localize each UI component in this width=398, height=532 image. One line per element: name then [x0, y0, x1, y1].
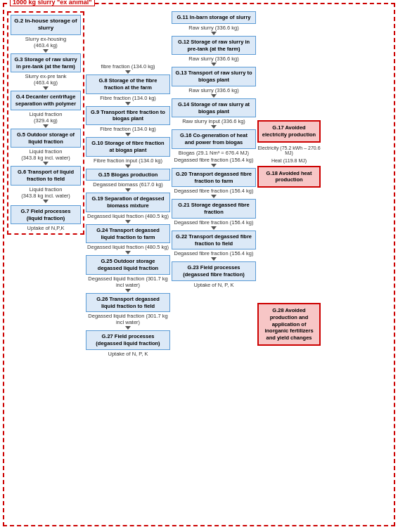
- arrow-down-3: [43, 124, 49, 128]
- label-liquid-frac3: Liquid fraction(343.8 kg incl. water): [21, 186, 70, 199]
- label-raw-slurry1: Raw slurry (336.6 kg): [188, 25, 238, 31]
- label-elec: Electricity (75.2 kWh – 270.6 MJ): [257, 145, 321, 155]
- col4: G.17 Avoided electricity production Elec…: [257, 11, 321, 346]
- arrow-deg-fibre1: [211, 195, 217, 198]
- col2: fibre fraction (134.0 kg) G.8 Storage of…: [86, 11, 170, 357]
- label-biogas: Biogas (29.1 Nm³ = 676.4 MJ): [179, 150, 249, 156]
- arrow-deg-liq4: [125, 326, 131, 330]
- label-fibre-top: fibre fraction (134.0 kg): [101, 63, 155, 70]
- box-G10: G.10 Storage of fibre fraction at biogas…: [86, 137, 170, 157]
- label-deg-fibre2: Degassed fibre fraction (156.4 kg): [174, 219, 254, 226]
- box-G18: G.18 Avoided heat production: [257, 166, 321, 188]
- label-fibre2: Fibre fraction (134.0 kg): [100, 126, 156, 132]
- arrow-deg-fibre0: [211, 164, 217, 167]
- box-G17: G.17 Avoided electricity production: [257, 120, 321, 143]
- arrow-deg-liq2: [125, 251, 131, 254]
- arrow-fibre-4: [125, 164, 131, 168]
- box-G26: G.26 Transport degassed liquid fraction …: [86, 293, 170, 313]
- label-fibre-input: Fibre fraction input (134.0 kg): [94, 157, 162, 164]
- box-G12: G.12 Storage of raw slurry in pre-tank (…: [172, 36, 256, 56]
- label-deg-fibre3: Degassed fibre fraction (156.4 kg): [174, 250, 254, 257]
- arrow-down-2: [43, 86, 49, 90]
- arrow-bio: [125, 188, 131, 192]
- col1-inner-border: G.2 In-house storage of slurry Slurry ex…: [7, 11, 84, 235]
- arrow-down-1: [43, 49, 49, 53]
- label-slurry-ex-housing: Slurry ex-housing(463.4 kg): [25, 36, 66, 48]
- label-fibre1: Fibre fraction (134.0 kg): [100, 95, 156, 101]
- box-G19: G.19 Separation of degassed biomass mixt…: [86, 193, 170, 212]
- label-heat: Heat (119.8 MJ): [271, 158, 307, 163]
- box-G9: G.9 Transport fibre fraction to biogas p…: [86, 106, 170, 126]
- label-deg-fibre1: Degassed fibre fraction (156.4 kg): [174, 188, 254, 194]
- box-G27: G.27 Field processes (degassed liquid fr…: [86, 330, 170, 350]
- box-G11: G.11 In-barn storage of slurry: [172, 11, 256, 24]
- label-uptake-g27: Uptake of N, P, K: [108, 351, 148, 357]
- label-deg-liq4: Degassed liquid fraction (301.7 kg incl …: [86, 313, 170, 325]
- label-deg-liq2: Degassed liquid fraction (480.5 kg): [87, 244, 169, 250]
- arrow-fibre-3: [125, 133, 131, 136]
- label-uptake-g23: Uptake of N, P, K: [194, 282, 234, 288]
- box-G28: G.28 Avoided production and application …: [257, 303, 321, 346]
- arrow-raw4: [211, 125, 217, 129]
- box-G25: G.25 Outdoor storage degassed liquid fra…: [86, 255, 170, 275]
- label-liquid-frac1: Liquid fraction(329.4 kg): [30, 111, 63, 124]
- box-G5: G.5 Outdoor storage of liquid fraction: [11, 129, 81, 148]
- box-G14: G.14 Storage of raw slurry at biogas pla…: [172, 98, 256, 118]
- label-deg-liq3: Degassed liquid fraction (301.7 kg incl …: [86, 275, 170, 288]
- box-G2: G.2 In-house storage of slurry: [11, 15, 81, 35]
- box-G6: G.6 Transport of liquid fraction to fiel…: [11, 166, 81, 186]
- arrow-raw2: [211, 63, 217, 66]
- arrow-down-5: [43, 200, 49, 203]
- arrow-fibre-2: [125, 102, 131, 105]
- box-G13: G.13 Transport of raw slurry to biogas p…: [172, 67, 256, 86]
- label-slurry-ex-pre: Slurry ex-pre tank(463.4 kg): [25, 73, 66, 86]
- label-raw-slurry2: Raw slurry (336.6 kg): [188, 56, 238, 62]
- label-degassed-bio: Degassed biomass (617.0 kg): [93, 181, 163, 188]
- box-G16: G.16 Co-generation of heat and power fro…: [172, 129, 256, 149]
- arrow-deg-liq3: [125, 289, 131, 292]
- box-G8: G.8 Storage of the fibre fraction at the…: [86, 74, 170, 94]
- box-G3: G.3 Storage of raw slurry in pre-tank (a…: [11, 53, 81, 73]
- box-G21: G.21 Storage degassed fibre fraction: [172, 199, 256, 219]
- arrow-deg-fibre2: [211, 226, 217, 230]
- label-liquid-frac2: Liquid fraction(343.8 kg incl. water): [21, 148, 70, 161]
- box-G20: G.20 Transport degassed fibre fraction t…: [172, 168, 256, 188]
- arrow-raw3: [211, 94, 217, 98]
- arrow-deg-liq1: [125, 220, 131, 223]
- box-G22: G.22 Transport degassed fibre fraction t…: [172, 231, 256, 250]
- label-deg-liq1: Degassed liquid fraction (480.5 kg): [87, 213, 169, 219]
- box-G23: G.23 Field processes (degassed fibre fra…: [172, 261, 256, 281]
- label-raw-slurry-input: Raw slurry input (336.6 kg): [182, 118, 245, 124]
- box-G7: G.7 Field processes (liquid fraction): [11, 205, 81, 225]
- arrow-down-4: [43, 162, 49, 165]
- box-G24: G.24 Transport degassed liquid fraction …: [86, 224, 170, 244]
- arrow-fibre-down: [125, 70, 131, 74]
- label-uptake-g7: Uptake of N,P,K: [27, 225, 65, 231]
- box-G15: G.15 Biogas production: [86, 169, 170, 181]
- arrow-deg-fibre3: [211, 257, 217, 261]
- col3: G.11 In-barn storage of slurry Raw slurr…: [172, 11, 256, 288]
- arrow-raw1: [211, 32, 217, 35]
- label-deg-fibre-from-g16: Degassed fibre fraction (156.4 kg): [174, 157, 254, 163]
- label-raw-slurry3: Raw slurry (336.6 kg): [188, 87, 238, 93]
- box-G4: G.4 Decanter centrifuge separation with …: [11, 91, 81, 110]
- outer-label: 1000 kg slurry "ex animal": [10, 0, 95, 6]
